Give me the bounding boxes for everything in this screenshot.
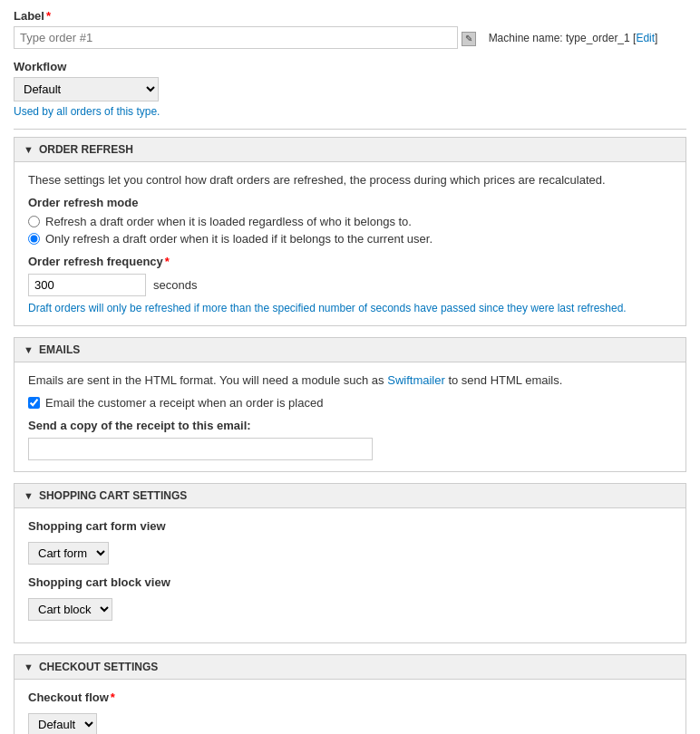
cart-form-view-group: Shopping cart form view Cart form	[28, 519, 672, 565]
swiftmailer-link[interactable]: Swiftmailer	[387, 373, 445, 387]
checkout-arrow: ▼	[24, 662, 34, 672]
checkout-flow-label: Checkout flow*	[28, 691, 672, 704]
cart-block-view-group: Shopping cart block view Cart block	[28, 575, 672, 621]
radio-item-1: Refresh a draft order when it is loaded …	[28, 215, 672, 228]
order-refresh-freq-label: Order refresh frequency*	[28, 255, 672, 268]
label-input-row: ✎ Machine name: type_order_1 [Edit]	[14, 26, 686, 49]
shopping-cart-title: SHOPPING CART SETTINGS	[39, 489, 187, 502]
machine-name-edit-link[interactable]: Edit	[636, 32, 655, 44]
email-copy-label: Send a copy of the receipt to this email…	[28, 419, 672, 432]
emails-title: EMAILS	[39, 343, 80, 356]
machine-name-text: Machine name: type_order_1 [Edit]	[489, 32, 658, 44]
checkout-header[interactable]: ▼ CHECKOUT SETTINGS	[15, 655, 685, 680]
order-refresh-header[interactable]: ▼ ORDER REFRESH	[15, 138, 685, 162]
checkout-body: Checkout flow* Default	[15, 680, 685, 734]
checkout-flow-select[interactable]: Default	[28, 713, 97, 734]
order-refresh-freq-group: Order refresh frequency* seconds Draft o…	[28, 255, 672, 314]
radio-item-2: Only refresh a draft order when it is lo…	[28, 232, 672, 246]
checkout-section: ▼ CHECKOUT SETTINGS Checkout flow* Defau…	[14, 654, 686, 734]
shopping-cart-header[interactable]: ▼ SHOPPING CART SETTINGS	[15, 484, 685, 508]
label-required-star: *	[46, 9, 51, 23]
emails-desc: Emails are sent in the HTML format. You …	[28, 373, 672, 387]
cart-form-view-label: Shopping cart form view	[28, 519, 672, 533]
radio-label-1: Refresh a draft order when it is loaded …	[45, 215, 412, 228]
checkout-flow-group: Checkout flow* Default	[28, 691, 672, 734]
radio-refresh-all[interactable]	[28, 216, 40, 227]
order-refresh-radio-group: Refresh a draft order when it is loaded …	[28, 215, 672, 246]
email-copy-input[interactable]	[28, 438, 373, 460]
workflow-note: Used by all orders of this type.	[14, 105, 686, 118]
order-refresh-freq-note: Draft orders will only be refreshed if m…	[28, 302, 672, 314]
order-refresh-desc: These settings let you control how draft…	[28, 173, 672, 187]
shopping-cart-body: Shopping cart form view Cart form Shoppi…	[15, 508, 685, 642]
email-receipt-checkbox[interactable]	[28, 397, 40, 409]
label-input[interactable]	[14, 26, 458, 49]
order-refresh-section: ▼ ORDER REFRESH These settings let you c…	[14, 137, 686, 326]
order-refresh-freq-input[interactable]	[28, 274, 146, 296]
cart-form-view-select[interactable]: Cart form	[28, 542, 109, 565]
radio-label-2: Only refresh a draft order when it is lo…	[45, 232, 433, 246]
label-field-group: Label* ✎ Machine name: type_order_1 [Edi…	[14, 9, 686, 49]
label-edit-icon[interactable]: ✎	[462, 32, 476, 46]
freq-unit: seconds	[153, 278, 197, 292]
order-refresh-freq-row: seconds	[28, 274, 672, 296]
emails-section: ▼ EMAILS Emails are sent in the HTML for…	[14, 337, 686, 472]
emails-body: Emails are sent in the HTML format. You …	[15, 362, 685, 471]
shopping-cart-section: ▼ SHOPPING CART SETTINGS Shopping cart f…	[14, 483, 686, 643]
workflow-select[interactable]: Default	[14, 77, 159, 101]
workflow-section: Workflow Default Used by all orders of t…	[14, 60, 686, 118]
cart-block-view-select[interactable]: Cart block	[28, 598, 112, 621]
workflow-label: Workflow	[14, 60, 686, 73]
order-refresh-mode-label: Order refresh mode	[28, 196, 672, 209]
divider-1	[14, 129, 686, 130]
email-receipt-checkbox-row: Email the customer a receipt when an ord…	[28, 396, 672, 410]
label-field-label: Label*	[14, 9, 686, 23]
shopping-cart-arrow: ▼	[24, 490, 34, 501]
emails-arrow: ▼	[24, 344, 34, 355]
radio-refresh-current-user[interactable]	[28, 233, 40, 245]
email-copy-group: Send a copy of the receipt to this email…	[28, 419, 672, 460]
checkout-title: CHECKOUT SETTINGS	[39, 661, 158, 673]
page-wrapper: Label* ✎ Machine name: type_order_1 [Edi…	[0, 0, 700, 734]
emails-header[interactable]: ▼ EMAILS	[15, 338, 685, 362]
label-text: Label	[14, 9, 44, 23]
order-refresh-title: ORDER REFRESH	[39, 143, 133, 156]
cart-block-view-label: Shopping cart block view	[28, 575, 672, 589]
email-receipt-label: Email the customer a receipt when an ord…	[45, 396, 323, 410]
order-refresh-arrow: ▼	[24, 144, 34, 155]
order-refresh-body: These settings let you control how draft…	[15, 162, 685, 325]
